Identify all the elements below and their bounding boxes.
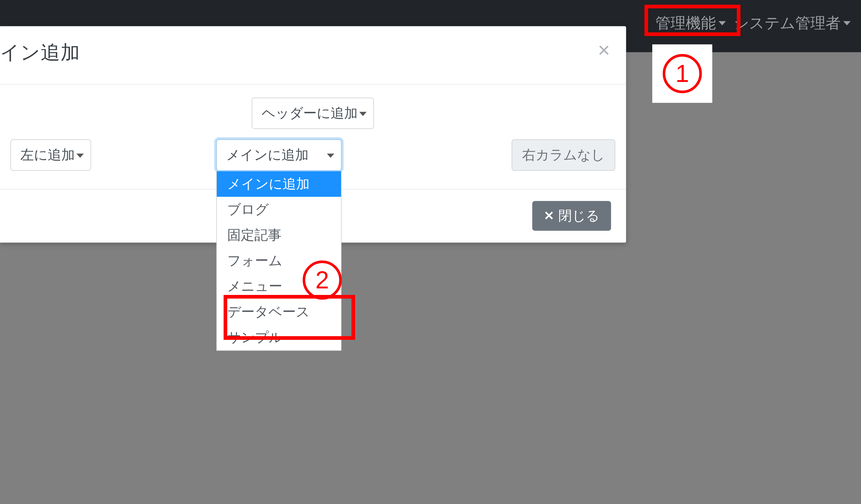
chevron-down-icon [843, 21, 850, 25]
dialog-body: ヘッダーに追加 左に追加 メインに追加 メインに追加 ブログ 固定記 [0, 84, 626, 190]
nav-user-menu[interactable]: システム管理者 [734, 13, 850, 33]
nav-admin-menu-label: 管理機能 [655, 13, 716, 33]
row-header-select: ヘッダーに追加 [11, 98, 615, 129]
main-area-select[interactable]: メインに追加 [216, 139, 342, 171]
right-area-disabled: 右カラムなし [511, 139, 615, 171]
option-blog[interactable]: ブログ [217, 197, 341, 222]
close-button[interactable]: ✕ 閉じる [532, 201, 611, 231]
header-area-select[interactable]: ヘッダーに追加 [252, 98, 374, 129]
main-area-select-label: メインに追加 [226, 146, 309, 164]
close-icon[interactable]: × [598, 40, 610, 60]
close-button-label: 閉じる [558, 207, 600, 225]
row-area-selects: 左に追加 メインに追加 メインに追加 ブログ 固定記事 フォーム メニュー デー… [11, 139, 615, 171]
nav-user-menu-label: システム管理者 [734, 13, 840, 33]
chevron-down-icon [327, 153, 334, 158]
left-area-select-label: 左に追加 [20, 146, 75, 164]
option-sample[interactable]: サンプル [217, 325, 341, 350]
annotation-badge-1: 1 [663, 54, 702, 93]
close-icon: ✕ [544, 209, 554, 222]
nav-admin-menu[interactable]: 管理機能 [655, 13, 726, 33]
right-area-disabled-label: 右カラムなし [522, 146, 605, 164]
option-database[interactable]: データベース [217, 299, 341, 325]
annotation-badge-1-box: 1 [652, 44, 712, 103]
option-fixed-article[interactable]: 固定記事 [217, 222, 341, 248]
left-area-select[interactable]: 左に追加 [11, 139, 91, 171]
plugin-add-dialog: イン追加 × ヘッダーに追加 左に追加 メインに追加 [0, 26, 626, 243]
dialog-title: イン追加 [0, 40, 80, 66]
header-area-select-label: ヘッダーに追加 [262, 104, 358, 122]
option-main-add[interactable]: メインに追加 [217, 171, 341, 197]
chevron-down-icon [719, 21, 726, 25]
dialog-header: イン追加 × [0, 27, 626, 84]
chevron-down-icon [77, 153, 84, 158]
annotation-badge-2: 2 [303, 260, 342, 300]
chevron-down-icon [359, 112, 367, 116]
